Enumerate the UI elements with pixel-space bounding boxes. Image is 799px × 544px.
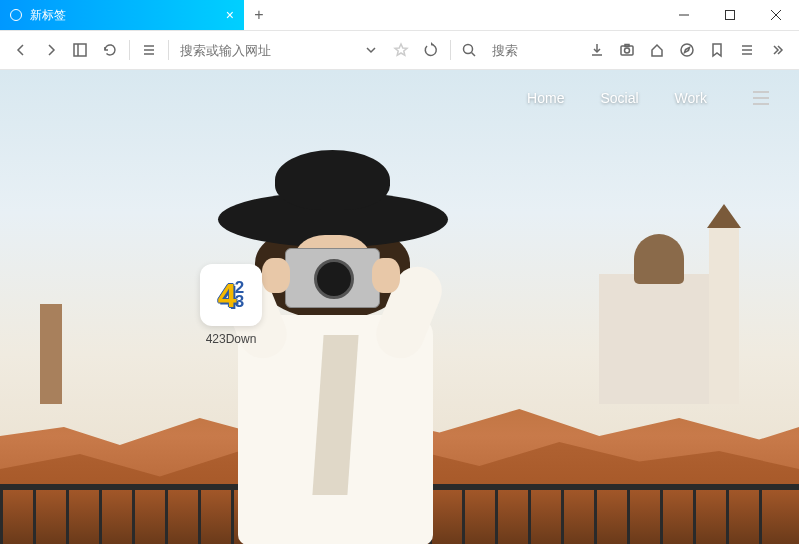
content-area: Home Social Work 423 423Down: [0, 70, 799, 544]
nav-link-home[interactable]: Home: [527, 90, 564, 106]
bookmark-tile[interactable]: 423 423Down: [195, 264, 267, 346]
dropdown-icon[interactable]: [358, 36, 384, 64]
refresh-icon[interactable]: [418, 36, 444, 64]
browser-tab[interactable]: 新标签 ×: [0, 0, 244, 30]
reader-icon[interactable]: [136, 36, 162, 64]
tile-icon-big: 4: [218, 276, 234, 315]
more-icon[interactable]: [763, 36, 791, 64]
new-tab-button[interactable]: +: [244, 0, 274, 30]
page-nav: Home Social Work: [527, 90, 769, 106]
svg-rect-1: [726, 11, 735, 20]
menu-icon[interactable]: [733, 36, 761, 64]
address-bar[interactable]: [174, 36, 354, 64]
separator: [168, 40, 169, 60]
tile-icon-small: 23: [235, 281, 244, 310]
favorite-star-icon[interactable]: [388, 36, 414, 64]
search-bar[interactable]: [486, 36, 579, 64]
bookmark-icon[interactable]: [703, 36, 731, 64]
maximize-button[interactable]: [707, 0, 753, 30]
tile-icon: 423: [200, 264, 262, 326]
right-tools: [583, 36, 791, 64]
svg-rect-4: [74, 44, 86, 56]
separator: [129, 40, 130, 60]
separator: [450, 40, 451, 60]
svg-marker-18: [685, 48, 690, 53]
window-controls: [661, 0, 799, 30]
nav-link-social[interactable]: Social: [600, 90, 638, 106]
tab-loading-icon: [10, 9, 22, 21]
forward-button[interactable]: [38, 36, 64, 64]
home-icon[interactable]: [643, 36, 671, 64]
tile-label: 423Down: [195, 332, 267, 346]
svg-point-17: [681, 44, 693, 56]
screenshot-icon[interactable]: [613, 36, 641, 64]
history-icon[interactable]: [97, 36, 123, 64]
close-button[interactable]: [753, 0, 799, 30]
svg-point-10: [464, 45, 473, 54]
download-icon[interactable]: [583, 36, 611, 64]
compass-icon[interactable]: [673, 36, 701, 64]
tab-title: 新标签: [30, 7, 66, 24]
sidebar-icon[interactable]: [67, 36, 93, 64]
minimize-button[interactable]: [661, 0, 707, 30]
back-button[interactable]: [8, 36, 34, 64]
tab-close-icon[interactable]: ×: [226, 8, 234, 22]
svg-line-11: [472, 53, 476, 57]
address-input[interactable]: [180, 43, 348, 58]
titlebar: 新标签 × +: [0, 0, 799, 30]
hamburger-icon[interactable]: [753, 91, 769, 105]
svg-marker-9: [395, 44, 407, 55]
svg-point-15: [625, 48, 630, 53]
toolbar: [0, 30, 799, 70]
search-input[interactable]: [492, 43, 573, 58]
nav-link-work[interactable]: Work: [675, 90, 707, 106]
search-icon[interactable]: [457, 36, 483, 64]
